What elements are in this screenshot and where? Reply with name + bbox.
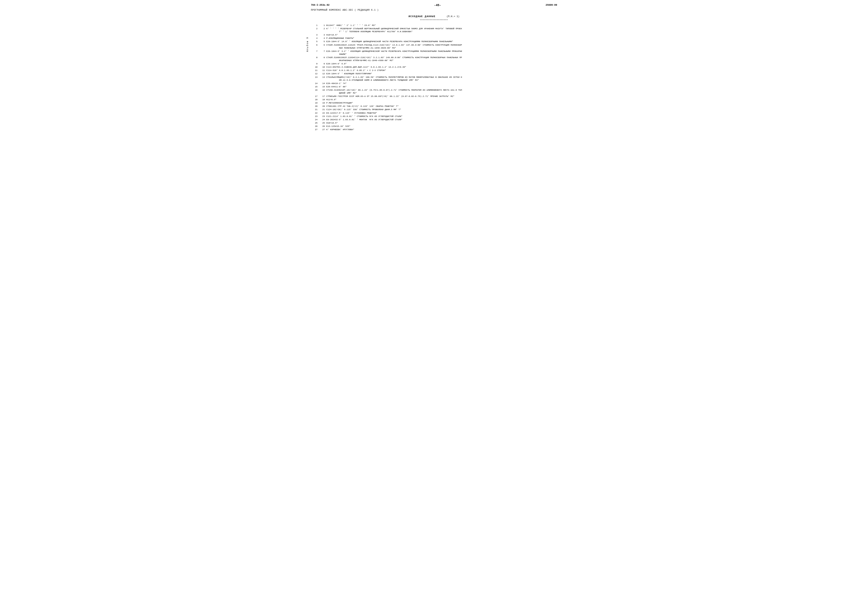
row-num1: 7 xyxy=(311,50,318,56)
row-content: Е26-18#4-5' 3.2' ' ИЗОЛЯЦИЯ ЦИЛИНДРИЧЕСК… xyxy=(326,50,557,56)
row-content: Н11=8.6* xyxy=(326,98,557,101)
row-content: Е9-202#32-5' 1.03.0.01' ' МОНТАЖ М/К ИЗ … xyxy=(326,118,557,121)
row-num1: 21 xyxy=(311,108,318,111)
page-number: -45- xyxy=(434,4,441,7)
row-num1: 22 xyxy=(311,111,318,115)
row-num2: 13 xyxy=(318,76,326,82)
row-content: СТ061401 СТР.42 ТАБ.2(=2)' 0.115' 126' С… xyxy=(326,104,557,108)
row-num2: 9 xyxy=(318,62,326,65)
row-num2: 17 xyxy=(318,95,326,98)
row-num2: 25 xyxy=(318,121,326,124)
table-row: 1212Е26-18#4-5' ' ИЗОЛЯЦИЯ ПОЛУУТЛЯРАМИ* xyxy=(311,72,557,75)
table-row: 1616СТ158-413#0210Т.16(=19)' 86.1.22' (0… xyxy=(311,89,557,95)
row-content: К' КОРНЕЕВА' КРУГЛОВА* xyxy=(326,128,557,131)
row-content: Н10=16.5* xyxy=(326,121,557,124)
table-row: 77Е26-18#4-5' 3.2' ' ИЗОЛЯЦИЯ ЦИЛИНДРИЧЕ… xyxy=(311,50,557,56)
row-num1: 4 xyxy=(311,37,318,40)
doc-id-right: 25609-09 xyxy=(546,4,557,6)
program-complex: ПРОГРАММНЫЙ КОМПЛЕКС АВС-3ЕС ( РЕДАКЦИЯ … xyxy=(311,9,379,11)
table-row: 66СТАОП.51К061501П.1191#С ТРАСП.РАСХОД.С… xyxy=(311,44,557,50)
table-row: 2727К' КОРНЕЕВА' КРУГЛОВА* xyxy=(311,128,557,131)
row-content: С114-85#ТЕХ.4.41ВКСБ.ДОП.ВЫП.1117' 6.0.1… xyxy=(326,65,557,69)
row-num1: 13 xyxy=(311,76,318,82)
row-num1: 2 xyxy=(311,27,318,33)
row-content: Е26-18#4-5' ' ИЗОЛЯЦИЯ ПОЛУУТЛЯРАМИ* xyxy=(326,72,557,75)
row-num2: 22 xyxy=(318,111,326,115)
table-row: 1818Н11=8.6* xyxy=(311,98,557,101)
table-row: 2222Е9-122#17-5' 0.115' ' УСТАНОВКА РЕШЕ… xyxy=(311,111,557,115)
section-title: ИСХОДНЫЕ ДАННЫЕ xyxy=(408,15,436,18)
row-num2: 2 xyxy=(318,27,326,33)
table-row: 22К' ' ' ' ' РЕЗЕРВУАР СТАЛЬНОЙ ВЕРТИКАЛ… xyxy=(311,27,557,33)
row-content: Е9-122#17-5' 0.115' ' УСТАНОВКА РЕШЕТКИ* xyxy=(326,111,557,115)
row-content: Е26-64#11-8' 86* xyxy=(326,85,557,89)
row-num2: 20 xyxy=(318,104,326,108)
row-num2: 19 xyxy=(318,101,326,104)
table-row: 88СТАОП.51К061501П.1193#С114-218(=19)' 3… xyxy=(311,56,557,62)
row-num2: 4 xyxy=(318,37,326,40)
row-content: С124-10(=20)' 0.115' 338' СТОИМОСТЬ ПРОВ… xyxy=(326,108,557,111)
row-num2: 26 xyxy=(318,124,326,128)
row-num2: 5 xyxy=(318,40,326,43)
table-row: 44Р.ИЗОЛЯЦИОННЫЕ РАБОТЫ* xyxy=(311,37,557,40)
row-num1: 5 xyxy=(311,40,318,43)
row-num1: 1 xyxy=(311,24,318,27)
table-row: 2121С124-10(=20)' 0.115' 338' СТОИМОСТЬ … xyxy=(311,108,557,111)
row-num2: 27 xyxy=(318,128,326,131)
page: Альбом 9 704-I-253о.92 -45- 25609-09 ПРО… xyxy=(305,0,563,135)
row-num1: 17 xyxy=(311,95,318,98)
row-content: СТ158-413#0210Т.16(=19)' 86.1.22' (0.75+… xyxy=(326,89,557,95)
section-params: (П.Н.= 1) xyxy=(446,15,459,18)
row-content: СТПИСЬМО ГОССТРОЯ СССР НОМ.63-А ОТ 15.08… xyxy=(326,95,557,98)
table-row: 1414Е26-48#10-1' 74* xyxy=(311,82,557,85)
row-num1: 19 xyxy=(311,101,318,104)
row-content: С121-2114' 1.03.0.01' ' СТОИМОСТЬ М/К ИЗ… xyxy=(326,115,557,118)
row-content: СТАОП.51К061501П.1193#С114-218(=19)' 3.2… xyxy=(326,56,557,62)
table-row: 55Е26-18#4-5' 14.0' ' ИЗОЛЯЦИЯ ЦИЛИНДРИЧ… xyxy=(311,40,557,43)
doc-id-left: 704-I-253о.92 xyxy=(311,4,329,6)
row-num2: 23 xyxy=(318,115,326,118)
row-num1: 15 xyxy=(311,85,318,89)
table-row: 1919Р.МЕТАЛЛОКОНСТРУКЦИИ* xyxy=(311,101,557,104)
table-row: 2424Е9-202#32-5' 1.03.0.01' ' МОНТАЖ М/К… xyxy=(311,118,557,121)
row-content: Р.МЕТАЛЛОКОНСТРУКЦИИ* xyxy=(326,101,557,104)
row-content: СТКАЛЬКУЛЯЦИЯ1(=19)' 0.4.1.03' 108.59' С… xyxy=(326,76,557,82)
table-row: 11В11947' Н9В1' ' 2' 1.1' ' ' ' 23.6' М3… xyxy=(311,24,557,27)
row-num1: 20 xyxy=(311,104,318,108)
title-row: ИСХОДНЫЕ ДАННЫЕ (П.Н.= 1) xyxy=(311,15,557,18)
row-content: СТАОП.51К061501П.1191#С ТРАСП.РАСХОД.С11… xyxy=(326,44,557,50)
row-num1: 11 xyxy=(311,69,318,72)
row-num2: 3 xyxy=(318,33,326,37)
sidebar-label: Альбом 9 xyxy=(306,37,309,52)
row-num1: 25 xyxy=(311,121,318,124)
row-num1: 10 xyxy=(311,65,318,69)
row-num1: 9 xyxy=(311,62,318,65)
row-num1: 16 xyxy=(311,89,318,95)
row-num2: 14 xyxy=(318,82,326,85)
table-row: 1313СТКАЛЬКУЛЯЦИЯ1(=19)' 0.4.1.03' 108.5… xyxy=(311,76,557,82)
row-num2: 16 xyxy=(318,89,326,95)
row-num1: 27 xyxy=(311,128,318,131)
row-num1: 6 xyxy=(311,44,318,50)
row-content: Е26-19#4-6' 6.0* xyxy=(326,62,557,65)
row-num1: 8 xyxy=(311,56,318,62)
row-num2: 10 xyxy=(318,65,326,69)
row-num1: 12 xyxy=(311,72,318,75)
row-content: Е13-125#15-1О' 525* xyxy=(326,124,557,128)
table-row: 1717СТПИСЬМО ГОССТРОЯ СССР НОМ.63-А ОТ 1… xyxy=(311,95,557,98)
row-content: Е26-48#10-1' 74* xyxy=(326,82,557,85)
main-table: 11В11947' Н9В1' ' 2' 1.1' ' ' ' 23.6' М3… xyxy=(311,24,557,131)
table-row: 99Е26-19#4-6' 6.0* xyxy=(311,62,557,65)
header-top: 704-I-253о.92 -45- 25609-09 xyxy=(311,4,557,7)
row-content: Р.ИЗОЛЯЦИОННЫЕ РАБОТЫ* xyxy=(326,37,557,40)
row-num1: 24 xyxy=(311,118,318,121)
row-num2: 18 xyxy=(318,98,326,101)
table-row: 1111С114-516' 6.0.1.03.1.2' 6.85.2' + С … xyxy=(311,69,557,72)
row-num2: 1 xyxy=(318,24,326,27)
table-row: 1515Е26-64#11-8' 86* xyxy=(311,85,557,89)
row-num2: 6 xyxy=(318,44,326,50)
table-row: 1010С114-85#ТЕХ.4.41ВКСБ.ДОП.ВЫП.1117' 6… xyxy=(311,65,557,69)
table-row: 2323С121-2114' 1.03.0.01' ' СТОИМОСТЬ М/… xyxy=(311,115,557,118)
table-row: 2525Н10=16.5* xyxy=(311,121,557,124)
table-row: 33Н10=16.5* xyxy=(311,33,557,37)
